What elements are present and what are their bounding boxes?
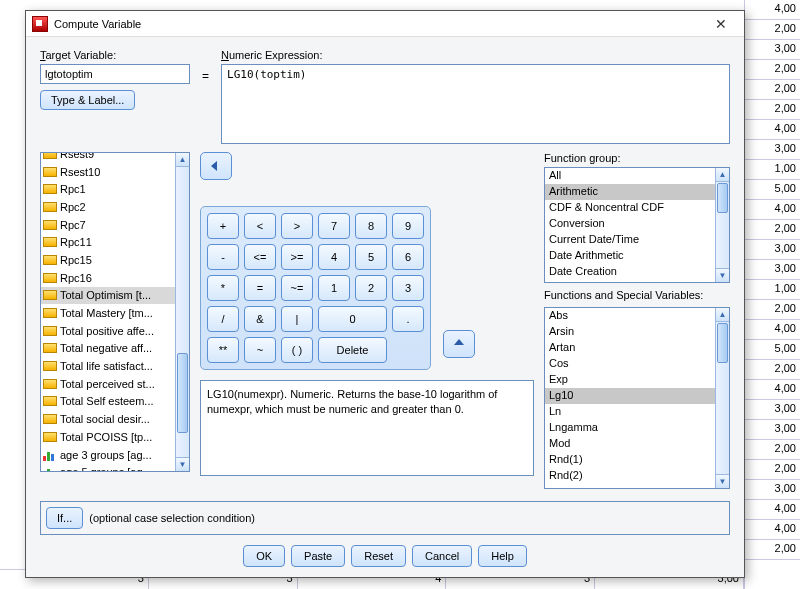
function-item[interactable]: Exp [545,372,715,388]
scroll-down-icon[interactable]: ▼ [716,268,729,282]
keypad-button[interactable]: - [207,244,239,270]
scroll-down-icon[interactable]: ▼ [176,457,189,471]
scroll-down-icon[interactable]: ▼ [716,474,729,488]
scroll-up-icon[interactable]: ▲ [716,168,729,182]
paste-button[interactable]: Paste [291,545,345,567]
function-group-item[interactable]: CDF & Noncentral CDF [545,200,715,216]
keypad-button[interactable]: 9 [392,213,424,239]
variable-list-item-label: Rpc15 [60,254,92,266]
variable-list-item[interactable]: Rpc1 [41,180,175,198]
variable-list-item[interactable]: Total negative aff... [41,340,175,358]
reset-button[interactable]: Reset [351,545,406,567]
function-group-item[interactable]: Conversion [545,216,715,232]
function-item[interactable]: Lngamma [545,420,715,436]
function-group-list[interactable]: AllArithmeticCDF & Noncentral CDFConvers… [544,167,730,283]
variable-list-item[interactable]: Rsest9 [41,153,175,163]
variable-list-item[interactable]: Total Mastery [tm... [41,304,175,322]
variable-list-item[interactable]: Rpc2 [41,198,175,216]
variable-list-item[interactable]: Total positive affe... [41,322,175,340]
move-to-expression-button[interactable] [200,152,232,180]
if-button[interactable]: If... [46,507,83,529]
variable-list-item[interactable]: Rpc16 [41,269,175,287]
bg-cell: 4,00 [745,520,800,540]
keypad-button[interactable]: | [281,306,313,332]
ruler-icon [43,153,57,159]
variable-list-item[interactable]: age 3 groups [ag... [41,446,175,464]
dialog-buttons: OK Paste Reset Cancel Help [40,545,730,567]
function-group-scrollbar[interactable]: ▲ ▼ [715,168,729,282]
keypad-button[interactable]: < [244,213,276,239]
variable-list-item[interactable]: Rpc15 [41,251,175,269]
variable-list-item[interactable]: Rpc7 [41,216,175,234]
bg-cell: 2,00 [745,540,800,560]
function-item[interactable]: Arsin [545,324,715,340]
keypad-button[interactable]: 0 [318,306,387,332]
function-item[interactable]: Cos [545,356,715,372]
variable-list-item[interactable]: Total Optimism [t... [41,287,175,305]
keypad-button[interactable]: / [207,306,239,332]
keypad-button[interactable]: ~= [281,275,313,301]
function-item[interactable]: Rnd(2) [545,468,715,484]
keypad-button[interactable]: & [244,306,276,332]
function-item[interactable]: Artan [545,340,715,356]
variable-list-scrollbar[interactable]: ▲ ▼ [175,153,189,471]
keypad-button[interactable]: 8 [355,213,387,239]
function-group-item[interactable]: Date Arithmetic [545,248,715,264]
function-group-label: Function group: [544,152,730,164]
function-group-item[interactable]: Date Creation [545,264,715,280]
keypad-button[interactable]: 6 [392,244,424,270]
bg-cell: 3,00 [745,480,800,500]
scroll-thumb[interactable] [717,323,728,363]
keypad-button[interactable]: >= [281,244,313,270]
function-group-item[interactable]: All [545,168,715,184]
function-item[interactable]: Ln [545,404,715,420]
keypad-button[interactable]: 3 [392,275,424,301]
variable-list[interactable]: Rsest9Rsest10Rpc1Rpc2Rpc7Rpc11Rpc15Rpc16… [40,152,190,472]
scroll-thumb[interactable] [717,183,728,213]
keypad-button[interactable]: + [207,213,239,239]
variable-list-item[interactable]: Rpc11 [41,233,175,251]
variable-list-item[interactable]: age 5 groups [ag... [41,463,175,471]
target-variable-input[interactable] [40,64,190,84]
variable-list-item[interactable]: Total PCOISS [tp... [41,428,175,446]
function-item[interactable]: Abs [545,308,715,324]
variable-list-item[interactable]: Total life satisfact... [41,357,175,375]
function-item[interactable]: Lg10 [545,388,715,404]
keypad-button[interactable]: 1 [318,275,350,301]
function-group-item[interactable]: Arithmetic [545,184,715,200]
variable-list-item[interactable]: Total perceived st... [41,375,175,393]
keypad-button[interactable]: ~ [244,337,276,363]
function-item[interactable]: Rnd(1) [545,452,715,468]
close-icon[interactable]: ✕ [704,13,738,35]
variable-list-item[interactable]: Total social desir... [41,410,175,428]
keypad-button[interactable]: 2 [355,275,387,301]
keypad-button[interactable]: > [281,213,313,239]
function-item[interactable]: Mod [545,436,715,452]
keypad-button[interactable]: . [392,306,424,332]
variable-list-item[interactable]: Rsest10 [41,163,175,181]
keypad-button[interactable]: 7 [318,213,350,239]
functions-list-scrollbar[interactable]: ▲ ▼ [715,308,729,488]
bg-cell: 4,00 [745,120,800,140]
cancel-button[interactable]: Cancel [412,545,472,567]
keypad-button[interactable]: 4 [318,244,350,270]
keypad-button[interactable]: <= [244,244,276,270]
type-and-label-button[interactable]: Type & Label... [40,90,135,110]
scroll-up-icon[interactable]: ▲ [716,308,729,322]
variable-list-item-label: Total Optimism [t... [60,289,151,301]
keypad-delete-button[interactable]: Delete [318,337,387,363]
function-group-item[interactable]: Current Date/Time [545,232,715,248]
scroll-thumb[interactable] [177,353,188,433]
keypad-button[interactable]: ** [207,337,239,363]
keypad-button[interactable]: ( ) [281,337,313,363]
ok-button[interactable]: OK [243,545,285,567]
scroll-up-icon[interactable]: ▲ [176,153,189,167]
keypad-button[interactable]: = [244,275,276,301]
keypad-button[interactable]: * [207,275,239,301]
help-button[interactable]: Help [478,545,527,567]
keypad-button[interactable]: 5 [355,244,387,270]
variable-list-item[interactable]: Total Self esteem... [41,393,175,411]
numeric-expression-input[interactable] [221,64,730,144]
functions-list[interactable]: AbsArsinArtanCosExpLg10LnLngammaModRnd(1… [544,307,730,489]
insert-function-button[interactable] [443,330,475,358]
